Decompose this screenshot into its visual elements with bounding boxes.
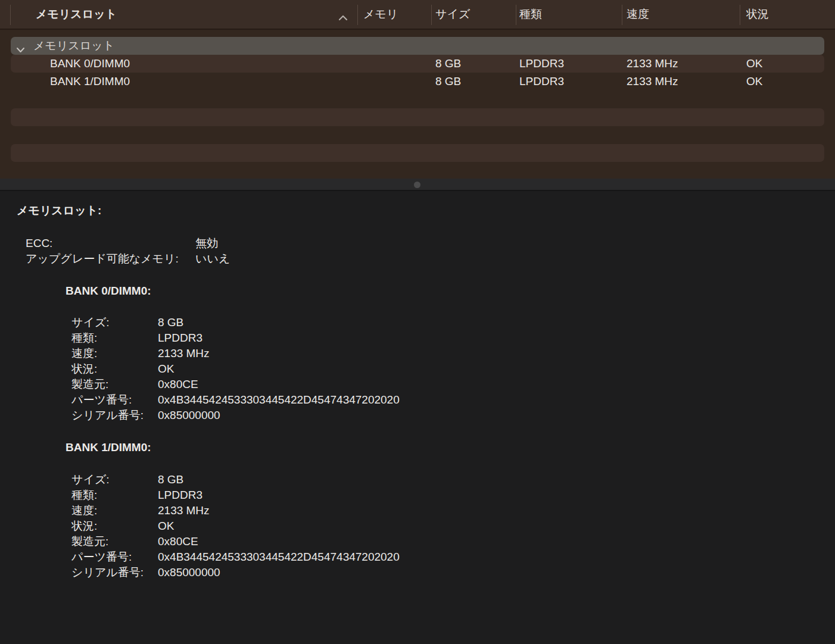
bank1-fields: サイズ: 8 GB 種類: LPDDR3 速度: 2133 MHz 状況: OK (0, 472, 835, 580)
detail-value: 0x4B3445424533303445422D45474347202020 (158, 549, 400, 565)
column-divider (516, 5, 516, 25)
cell-size: 8 GB (435, 75, 461, 88)
detail-label: 速度: (71, 346, 158, 361)
detail-field-row: シリアル番号: 0x85000000 (0, 565, 835, 580)
detail-value: 0x4B3445424533303445422D45474347202020 (158, 392, 400, 408)
detail-value: LPDDR3 (158, 487, 202, 503)
chevron-up-icon[interactable] (338, 11, 348, 24)
detail-field-row: パーツ番号: 0x4B3445424533303445422D454743472… (0, 549, 835, 565)
detail-label: 状況: (71, 518, 158, 534)
table-row[interactable]: BANK 1/DIMM0 8 GB LPDDR3 2133 MHz OK (11, 73, 824, 90)
cell-speed: 2133 MHz (627, 75, 678, 88)
detail-pane: メモリスロット: ECC: 無効 アップグレード可能なメモリ: いいえ BANK… (0, 192, 835, 644)
detail-label: 種類: (71, 330, 158, 346)
detail-field-row: サイズ: 8 GB (0, 315, 835, 330)
column-header-type[interactable]: 種類 (519, 7, 542, 22)
detail-summary: ECC: 無効 アップグレード可能なメモリ: いいえ (0, 236, 835, 267)
detail-label: サイズ: (71, 315, 158, 330)
memory-slots-table: メモリスロット メモリ サイズ 種類 速度 状況 メモリスロット (0, 0, 835, 179)
detail-value: LPDDR3 (158, 330, 202, 346)
detail-label: サイズ: (71, 472, 158, 487)
detail-label: ECC: (26, 236, 195, 251)
detail-value: いいえ (195, 251, 230, 267)
empty-row[interactable] (11, 90, 824, 108)
detail-field-row: 状況: OK (0, 361, 835, 377)
cell-type: LPDDR3 (519, 75, 564, 88)
detail-label: 種類: (71, 487, 158, 503)
column-header-status[interactable]: 状況 (746, 7, 769, 22)
system-information-window: メモリスロット メモリ サイズ 種類 速度 状況 メモリスロット (0, 0, 835, 644)
group-row-memory-slots[interactable]: メモリスロット (11, 37, 824, 55)
empty-row[interactable] (11, 126, 824, 144)
detail-label: シリアル番号: (71, 408, 158, 423)
detail-summary-row: アップグレード可能なメモリ: いいえ (0, 251, 835, 267)
detail-value: 8 GB (158, 315, 183, 330)
cell-status: OK (746, 75, 762, 88)
detail-field-row: 種類: LPDDR3 (0, 330, 835, 346)
group-row-label: メモリスロット (33, 38, 114, 54)
detail-value: 無効 (195, 236, 218, 251)
column-divider (431, 5, 432, 25)
column-header-speed[interactable]: 速度 (627, 7, 649, 22)
detail-field-row: 状況: OK (0, 518, 835, 534)
column-header-size[interactable]: サイズ (435, 7, 470, 22)
detail-title: メモリスロット: (0, 203, 835, 218)
column-header-memory[interactable]: メモリ (363, 7, 398, 22)
detail-value: OK (158, 361, 174, 377)
cell-status: OK (746, 57, 762, 70)
detail-label: シリアル番号: (71, 565, 158, 580)
detail-field-row: パーツ番号: 0x4B3445424533303445422D454743472… (0, 392, 835, 408)
table-row[interactable]: BANK 0/DIMM0 8 GB LPDDR3 2133 MHz OK (11, 55, 824, 73)
column-divider (622, 5, 622, 25)
bank0-fields: サイズ: 8 GB 種類: LPDDR3 速度: 2133 MHz 状況: OK (0, 315, 835, 423)
empty-row[interactable] (11, 144, 824, 162)
cell-speed: 2133 MHz (627, 57, 678, 70)
table-header-row: メモリスロット メモリ サイズ 種類 速度 状況 (0, 0, 835, 30)
detail-value: 0x85000000 (158, 408, 220, 423)
column-divider (740, 5, 740, 25)
cell-size: 8 GB (435, 57, 461, 70)
table-rows: メモリスロット BANK 0/DIMM0 8 GB LPDDR3 2133 MH… (0, 37, 835, 179)
empty-row[interactable] (11, 108, 824, 126)
column-divider (357, 5, 358, 25)
column-header-memory-slot[interactable]: メモリスロット (36, 7, 117, 22)
detail-label: 状況: (71, 361, 158, 377)
detail-label: 製造元: (71, 377, 158, 392)
detail-field-row: 製造元: 0x80CE (0, 534, 835, 549)
chevron-down-icon[interactable] (16, 43, 25, 56)
detail-value: 0x80CE (158, 377, 198, 392)
empty-row[interactable] (11, 162, 824, 179)
detail-label: 速度: (71, 503, 158, 518)
detail-field-row: 速度: 2133 MHz (0, 346, 835, 361)
cell-slot-name: BANK 1/DIMM0 (50, 75, 130, 88)
detail-label: パーツ番号: (71, 549, 158, 565)
detail-value: 8 GB (158, 472, 183, 487)
detail-field-row: シリアル番号: 0x85000000 (0, 408, 835, 423)
detail-field-row: 速度: 2133 MHz (0, 503, 835, 518)
detail-value: OK (158, 518, 174, 534)
detail-label: パーツ番号: (71, 392, 158, 408)
detail-value: 2133 MHz (158, 503, 210, 518)
detail-field-row: 製造元: 0x80CE (0, 377, 835, 392)
detail-value: 0x80CE (158, 534, 198, 549)
cell-slot-name: BANK 0/DIMM0 (50, 57, 130, 70)
detail-field-row: 種類: LPDDR3 (0, 487, 835, 503)
detail-summary-row: ECC: 無効 (0, 236, 835, 251)
detail-label: 製造元: (71, 534, 158, 549)
drag-handle-dot[interactable] (414, 182, 420, 188)
bank0-heading: BANK 0/DIMM0: (0, 283, 835, 299)
bank1-heading: BANK 1/DIMM0: (0, 440, 835, 455)
detail-field-row: サイズ: 8 GB (0, 472, 835, 487)
detail-value: 2133 MHz (158, 346, 210, 361)
detail-label: アップグレード可能なメモリ: (26, 251, 195, 267)
detail-value: 0x85000000 (158, 565, 220, 580)
column-divider (10, 5, 11, 25)
pane-splitter[interactable] (0, 179, 835, 191)
cell-type: LPDDR3 (519, 57, 564, 70)
